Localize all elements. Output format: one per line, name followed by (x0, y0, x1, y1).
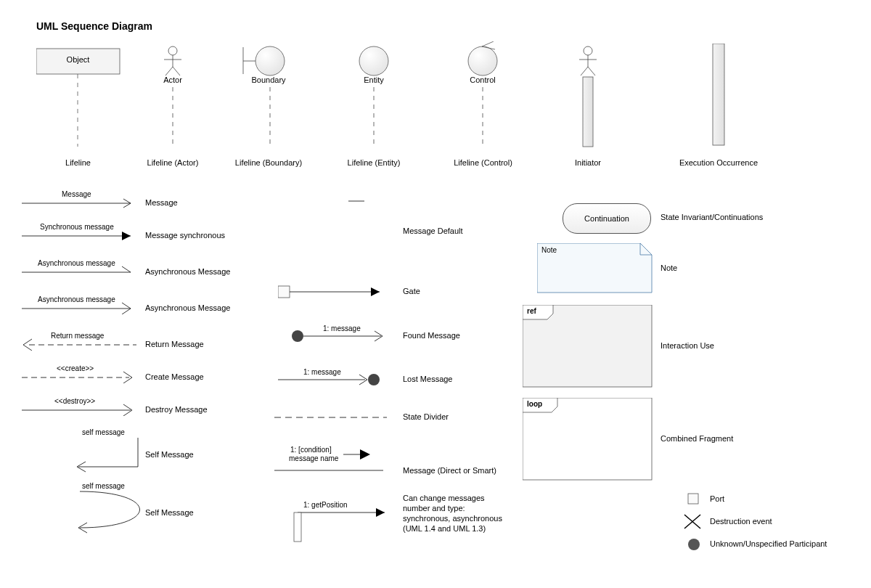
destruction-event-symbol (682, 513, 704, 531)
svg-point-41 (368, 374, 380, 385)
svg-rect-54 (688, 494, 698, 504)
control-label: Control (450, 75, 515, 84)
svg-rect-24 (713, 44, 724, 145)
lifeline-boundary-symbol (232, 45, 305, 150)
self-message-curve-symbol (73, 488, 145, 539)
combined-fragment-desc: Combined Fragment (661, 434, 733, 443)
getpos-text: 1: getPosition (303, 501, 348, 509)
svg-line-22 (588, 67, 595, 75)
svg-point-10 (255, 46, 285, 75)
actor-label: Actor (144, 75, 202, 84)
self2-text: self message (82, 482, 125, 490)
interaction-use-symbol (523, 305, 653, 388)
destruction-event-desc: Destruction event (710, 517, 772, 526)
port-desc: Port (710, 494, 724, 503)
continuation-symbol: Continuation (563, 203, 651, 234)
svg-point-57 (688, 539, 700, 550)
execution-label: Execution Occurrence (668, 158, 769, 167)
ref-tag-text: ref (527, 307, 536, 315)
page-title: UML Sequence Diagram (36, 20, 152, 32)
svg-marker-47 (376, 508, 385, 517)
self-desc: Self Message (145, 450, 194, 459)
lifeline-entity-symbol (345, 45, 403, 150)
found-desc: Found Message (403, 331, 460, 340)
lifeline-actor-label: Lifeline (Actor) (136, 158, 209, 167)
state-divider-desc: State Divider (403, 412, 449, 421)
create-text: <<create>> (57, 364, 94, 372)
return-text: Return message (51, 332, 104, 340)
sync-desc: Message synchronous (145, 231, 225, 240)
direct-desc: Message (Direct or Smart) (403, 466, 496, 475)
svg-line-29 (122, 266, 131, 272)
svg-marker-44 (360, 449, 370, 460)
message-text: Message (62, 190, 91, 198)
lifeline-control-symbol (450, 41, 515, 150)
async2-text: Asynchronous message (38, 295, 115, 303)
execution-occurrence-symbol (697, 44, 740, 152)
svg-point-2 (168, 46, 177, 55)
async2-desc: Asynchronous Message (145, 303, 230, 312)
gate-symbol (278, 285, 387, 301)
port-symbol (687, 492, 701, 507)
svg-point-38 (292, 330, 303, 342)
lost-desc: Lost Message (403, 375, 452, 383)
note-text: Note (541, 246, 557, 254)
self2-desc: Self Message (145, 508, 194, 517)
initiator-symbol (559, 45, 617, 150)
svg-rect-23 (583, 77, 593, 147)
object-box-label: Object (36, 55, 120, 64)
destroy-desc: Destroy Message (145, 405, 208, 414)
state-divider-symbol (274, 414, 390, 421)
continuation-desc: State Invariant/Continuations (661, 213, 763, 221)
getpos-desc3: synchronous, asynchronous (403, 514, 502, 523)
lifeline-actor-symbol (144, 45, 202, 150)
self-message-symbol (73, 434, 145, 478)
svg-rect-48 (294, 513, 301, 542)
note-desc: Note (661, 264, 677, 272)
getpos-desc2: number and type: (403, 504, 465, 513)
svg-line-5 (165, 67, 173, 75)
boundary-label: Boundary (232, 75, 305, 84)
return-desc: Return Message (145, 340, 204, 348)
svg-rect-35 (278, 286, 290, 298)
svg-point-18 (584, 46, 592, 55)
found-text: 1: message (323, 324, 361, 332)
svg-point-12 (359, 46, 388, 75)
entity-label: Entity (345, 75, 403, 84)
direct-text2: message name (289, 454, 338, 462)
svg-line-21 (581, 67, 588, 75)
async-text: Asynchronous message (38, 259, 115, 267)
gate-desc: Gate (403, 287, 420, 295)
unknown-participant-desc: Unknown/Unspecified Participant (710, 539, 827, 548)
sync-text: Synchronous message (40, 223, 114, 231)
direct-text1: 1: [condition] (290, 446, 332, 454)
message-default-desc: Message Default (403, 226, 463, 235)
getpos-desc4: (UML 1.4 and UML 1.3) (403, 524, 486, 533)
continuation-text: Continuation (584, 214, 629, 223)
svg-line-6 (173, 67, 180, 75)
lifeline-boundary-label: Lifeline (Boundary) (225, 158, 312, 167)
unknown-participant-symbol (687, 537, 701, 552)
message-default-symbol (348, 197, 370, 205)
lifeline-control-label: Lifeline (Control) (445, 158, 521, 167)
initiator-label: Initiator (552, 158, 624, 167)
create-desc: Create Message (145, 372, 204, 381)
svg-marker-27 (122, 232, 131, 240)
lost-text: 1: message (303, 368, 341, 376)
interaction-use-desc: Interaction Use (661, 341, 714, 350)
lifeline-label: Lifeline (36, 158, 120, 167)
loop-tag-text: loop (527, 400, 542, 408)
message-desc: Message (145, 198, 178, 207)
destroy-text: <<destroy>> (54, 397, 95, 405)
combined-fragment-symbol (523, 398, 653, 481)
self-text: self message (82, 428, 125, 436)
lifeline-entity-label: Lifeline (Entity) (338, 158, 410, 167)
svg-line-15 (482, 41, 494, 46)
svg-point-14 (468, 46, 497, 75)
svg-marker-37 (371, 287, 380, 296)
getpos-desc1: Can change messages (403, 494, 485, 502)
async-desc: Asynchronous Message (145, 267, 230, 276)
